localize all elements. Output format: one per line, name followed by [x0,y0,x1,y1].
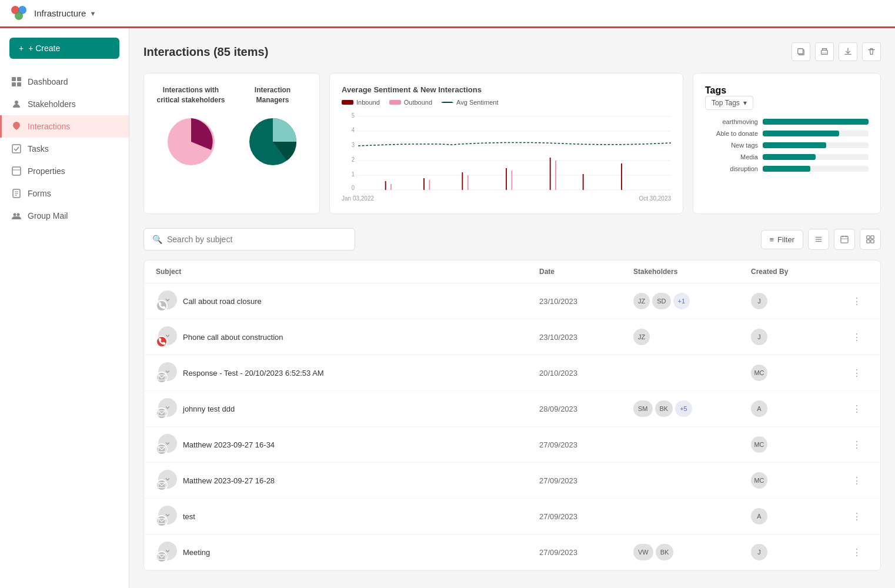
tag-row: Media [705,153,869,161]
pie-charts-card: Interactions with critical stakeholders … [143,73,320,214]
interaction-icon-stack [156,326,177,348]
table-row[interactable]: Phone call about construction 23/10/2023… [144,319,880,355]
svg-rect-54 [867,236,870,239]
svg-point-15 [14,213,16,216]
icon-inner [156,300,168,312]
search-icon: 🔍 [152,235,162,244]
legend-outbound: Outbound [389,99,432,106]
row-more-button[interactable]: ⋮ [845,403,869,415]
pie2-title: Interaction Managers [238,85,308,105]
table-row[interactable]: Matthew 2023-09-27 16-28 27/09/2023 MC ⋮ [144,463,880,499]
creator-avatar: A [751,400,767,417]
topbar: Infrastructure ▼ [0,0,895,28]
sidebar-item-dashboard[interactable]: Dashboard [0,71,129,93]
tags-title: Tags [705,85,869,96]
subject-text: Matthew 2023-09-27 16-34 [183,440,275,449]
sidebar-item-label: Group Mail [28,211,68,220]
sidebar-item-tasks[interactable]: Tasks [0,138,129,160]
subject-cell: Meeting [156,542,539,563]
calendar-view-button[interactable] [834,229,855,250]
svg-text:4: 4 [352,127,355,133]
date-cell: 27/09/2023 [539,440,633,449]
tag-label: disruption [705,165,758,172]
filter-icon: ≡ [770,235,774,244]
copy-button[interactable] [792,42,810,61]
legend-avg-sentiment: Avg Sentiment [442,99,498,106]
stakeholder-chip: VW [633,544,653,560]
filter-button[interactable]: ≡ Filter [761,230,803,249]
search-input[interactable] [167,235,346,244]
date-cell: 23/10/2023 [539,333,633,342]
table-row[interactable]: johnny test ddd 28/09/2023 SMBK+5 A ⋮ [144,391,880,427]
sidebar-item-properties[interactable]: Properties [0,160,129,182]
stakeholder-chip-plus: +1 [673,293,690,309]
download-button[interactable] [839,42,857,61]
row-more-button[interactable]: ⋮ [845,296,869,307]
sidebar-item-forms[interactable]: Forms [0,182,129,205]
table-body: Call about road closure 23/10/2023 JZSD+… [144,283,880,570]
interaction-icon-stack [156,506,177,527]
date-cell: 27/09/2023 [539,476,633,485]
table-row[interactable]: Meeting 27/09/2023 VWBK J ⋮ [144,534,880,570]
svg-point-2 [15,12,23,20]
tag-label: New tags [705,142,758,149]
th-subject: Subject [156,268,539,276]
delete-button[interactable] [862,42,881,61]
tag-filter-dropdown[interactable]: Top Tags ▾ [705,96,753,110]
tasks-icon [11,143,22,154]
svg-text:2: 2 [352,156,355,163]
stakeholders-cell: SMBK+5 [633,400,751,417]
sidebar-item-label: Forms [28,189,51,198]
chevron-down-icon: ▾ [743,99,747,107]
stakeholder-chip: BK [656,544,674,560]
avg-sentiment-color [442,102,453,103]
pie1-title: Interactions with critical stakeholders [156,85,226,105]
stakeholders-cell: JZSD+1 [633,293,751,309]
chart-dates: Jan 03,2022 Oct 30,2023 [342,195,671,202]
row-more-button[interactable]: ⋮ [845,475,869,486]
sidebar-item-stakeholders[interactable]: Stakeholders [0,93,129,115]
icon-inner [156,479,168,491]
date-cell: 23/10/2023 [539,297,633,306]
tag-bars: earthmoving Able to donate New tags Medi… [705,118,869,172]
stakeholder-chip: SM [633,400,653,417]
table-row[interactable]: Response - Test - 20/10/2023 6:52:53 AM … [144,355,880,391]
tag-row: earthmoving [705,118,869,125]
icon-inner [156,443,168,455]
icon-inner [156,336,168,348]
sidebar-item-interactions[interactable]: Interactions [0,115,129,138]
grid-view-button[interactable] [860,229,881,250]
icon-inner [156,372,168,383]
print-button[interactable] [815,42,834,61]
logo-icon [9,4,28,23]
line-chart-title: Average Sentiment & New Interactions [342,85,671,94]
row-more-button[interactable]: ⋮ [845,511,869,522]
table-row[interactable]: test 27/09/2023 A ⋮ [144,499,880,534]
row-more-button[interactable]: ⋮ [845,439,869,450]
svg-text:1: 1 [352,171,355,178]
app-title[interactable]: Infrastructure ▼ [34,8,96,18]
creator-avatar: J [751,293,767,309]
stakeholder-chip: JZ [633,293,650,309]
row-more-button[interactable]: ⋮ [845,368,869,379]
interactions-icon [11,121,22,132]
table-header: Subject Date Stakeholders Created By [144,260,880,283]
search-box: 🔍 [143,228,355,250]
stakeholder-chip: BK [655,400,673,417]
subject-text: Call about road closure [183,297,262,306]
table-row[interactable]: Matthew 2023-09-27 16-34 27/09/2023 MC ⋮ [144,427,880,463]
subject-cell: johnny test ddd [156,398,539,419]
tag-bar-bg [763,154,869,160]
interaction-icon-stack [156,398,177,419]
list-view-button[interactable] [808,229,829,250]
tag-row: Able to donate [705,130,869,137]
row-more-button[interactable]: ⋮ [845,332,869,343]
create-button[interactable]: + + Create [9,38,119,59]
sidebar-item-group-mail[interactable]: Group Mail [0,205,129,227]
table-row[interactable]: Call about road closure 23/10/2023 JZSD+… [144,283,880,319]
svg-rect-20 [823,52,827,54]
creator-avatar: J [751,544,767,560]
row-more-button[interactable]: ⋮ [845,547,869,558]
th-actions [845,268,869,276]
created-by-cell: MC [751,365,845,381]
